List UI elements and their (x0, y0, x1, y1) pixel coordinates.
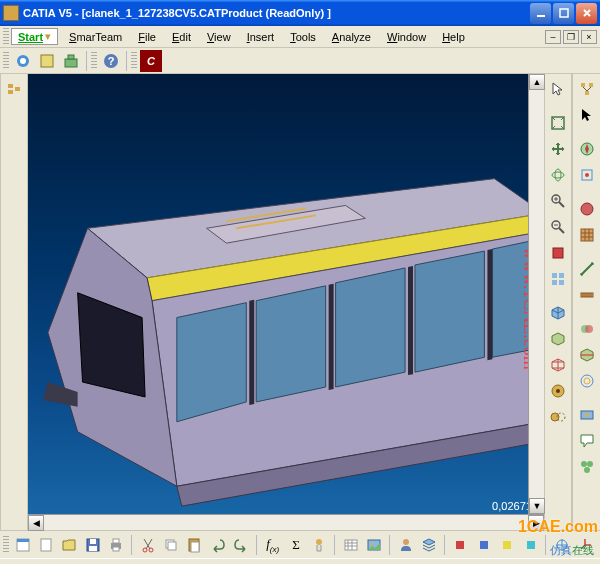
svg-line-39 (559, 228, 564, 233)
pan-button[interactable] (547, 138, 569, 160)
tool-button[interactable] (36, 50, 58, 72)
menu-start[interactable]: Start ▾ (11, 28, 58, 45)
svg-rect-6 (68, 55, 74, 59)
yellow-flag-button[interactable] (497, 534, 518, 556)
mdi-restore-button[interactable]: ❐ (563, 30, 579, 44)
svg-rect-45 (559, 280, 564, 285)
measure-between-button[interactable] (576, 258, 598, 280)
snap-button[interactable] (576, 164, 598, 186)
compass-button[interactable] (576, 138, 598, 160)
open-button[interactable] (59, 534, 80, 556)
svg-rect-52 (585, 91, 589, 95)
menu-tools[interactable]: Tools (282, 29, 324, 45)
texture-button[interactable] (576, 224, 598, 246)
svg-point-56 (581, 203, 593, 215)
swap-visible-button[interactable] (547, 406, 569, 428)
tree-button[interactable] (3, 78, 25, 100)
bottom-toolbar: f(x) Σ (0, 530, 600, 558)
save-button[interactable] (82, 534, 103, 556)
app-icon (3, 5, 19, 21)
product-button[interactable] (12, 534, 33, 556)
measure-item-button[interactable] (576, 284, 598, 306)
zoom-out-button[interactable] (547, 216, 569, 238)
menu-window[interactable]: Window (379, 29, 434, 45)
distance-band-button[interactable] (576, 370, 598, 392)
svg-text:?: ? (108, 55, 115, 67)
copy-button[interactable] (160, 534, 181, 556)
scroll-down-icon[interactable]: ▼ (529, 498, 545, 514)
rotate-button[interactable] (547, 164, 569, 186)
scroll-left-icon[interactable]: ◀ (28, 515, 44, 531)
toolbar-handle[interactable] (3, 28, 9, 46)
enhanced-scene-button[interactable] (576, 404, 598, 426)
catalog-button[interactable] (340, 534, 361, 556)
normal-view-button[interactable] (547, 242, 569, 264)
sectioning-button[interactable] (576, 344, 598, 366)
scroll-up-icon[interactable]: ▲ (529, 74, 545, 90)
clash-button[interactable] (576, 318, 598, 340)
group-button[interactable] (576, 456, 598, 478)
wireframe-button[interactable] (547, 354, 569, 376)
viewport[interactable]: www.1CAE.com 0,026716 ▲ ▼ ◀ ▶ (28, 74, 544, 530)
menu-smarteam[interactable]: SmarTeam (61, 29, 130, 45)
layer-button[interactable] (418, 534, 439, 556)
close-button[interactable] (576, 3, 597, 24)
maximize-button[interactable] (553, 3, 574, 24)
knowledge-button[interactable] (309, 534, 330, 556)
menu-analyze[interactable]: Analyze (324, 29, 379, 45)
svg-rect-0 (537, 15, 545, 17)
menu-view[interactable]: View (199, 29, 239, 45)
toolbar-handle[interactable] (91, 52, 97, 70)
scroll-track[interactable] (529, 90, 544, 498)
component-button[interactable] (60, 50, 82, 72)
separator (126, 51, 128, 71)
zoom-in-button[interactable] (547, 190, 569, 212)
redo-button[interactable] (231, 534, 252, 556)
red-flag-button[interactable] (450, 534, 471, 556)
help-button[interactable]: ? (100, 50, 122, 72)
toolbar-handle[interactable] (3, 536, 9, 554)
undo-button[interactable] (207, 534, 228, 556)
main-area: www.1CAE.com 0,026716 ▲ ▼ ◀ ▶ (0, 74, 600, 530)
mdi-close-button[interactable]: × (581, 30, 597, 44)
horizontal-scrollbar[interactable]: ◀ ▶ (28, 514, 544, 530)
manipulation-button[interactable] (576, 104, 598, 126)
blue-flag-button[interactable] (473, 534, 494, 556)
formula-button[interactable]: f(x) (262, 534, 283, 556)
menu-file[interactable]: File (130, 29, 164, 45)
shading-button[interactable] (547, 328, 569, 350)
minimize-button[interactable] (530, 3, 551, 24)
menu-help[interactable]: Help (434, 29, 473, 45)
menu-edit[interactable]: Edit (164, 29, 199, 45)
sigma-button[interactable]: Σ (285, 534, 306, 556)
catia-button[interactable]: C (140, 50, 162, 72)
isometric-button[interactable] (547, 302, 569, 324)
print-button[interactable] (106, 534, 127, 556)
svg-marker-19 (336, 268, 405, 387)
user-button[interactable] (395, 534, 416, 556)
smarteam-button[interactable] (12, 50, 34, 72)
separator (545, 535, 547, 555)
svg-rect-44 (552, 280, 557, 285)
cut-button[interactable] (137, 534, 158, 556)
mdi-minimize-button[interactable]: – (545, 30, 561, 44)
multi-view-button[interactable] (547, 268, 569, 290)
select-arrow-button[interactable] (547, 78, 569, 100)
cyan-flag-button[interactable] (520, 534, 541, 556)
vertical-scrollbar[interactable]: ▲ ▼ (528, 74, 544, 514)
svg-point-55 (585, 173, 589, 177)
apply-material-button[interactable] (576, 198, 598, 220)
scroll-track[interactable] (44, 515, 528, 530)
image-button[interactable] (364, 534, 385, 556)
toolbar-handle[interactable] (131, 52, 137, 70)
svg-rect-61 (580, 354, 594, 356)
graph-tree-button[interactable] (576, 78, 598, 100)
toolbar-handle[interactable] (3, 52, 9, 70)
new-button[interactable] (35, 534, 56, 556)
hide-show-button[interactable] (547, 380, 569, 402)
fit-all-button[interactable] (547, 112, 569, 134)
paste-button[interactable] (184, 534, 205, 556)
menu-insert[interactable]: Insert (239, 29, 283, 45)
annotation-button[interactable] (576, 430, 598, 452)
canvas-3d[interactable]: www.1CAE.com 0,026716 (28, 74, 544, 530)
